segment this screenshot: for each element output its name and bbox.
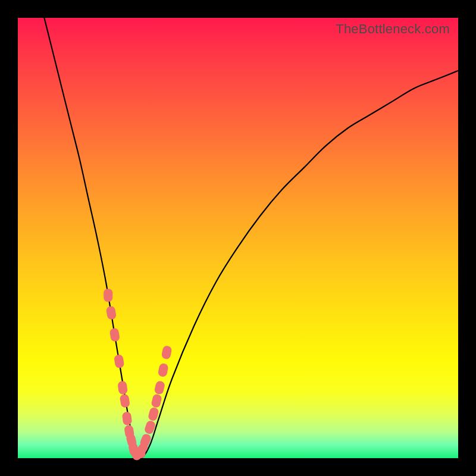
marker-bead xyxy=(109,328,120,342)
marker-bead xyxy=(148,406,159,421)
marker-bead xyxy=(158,363,169,378)
marker-bead xyxy=(104,289,112,302)
marker-bead xyxy=(106,306,117,320)
marker-bead xyxy=(122,412,133,426)
marker-bead xyxy=(151,393,162,408)
marker-group xyxy=(104,289,172,462)
bottleneck-curve xyxy=(44,18,458,458)
marker-bead xyxy=(114,354,124,368)
marker-bead xyxy=(117,381,128,395)
curve-layer xyxy=(18,18,458,458)
chart-frame: TheBottleneck.com xyxy=(0,0,476,476)
marker-bead xyxy=(161,345,173,360)
marker-bead xyxy=(154,380,165,395)
marker-bead xyxy=(120,394,130,408)
plot-area: TheBottleneck.com xyxy=(18,18,458,458)
